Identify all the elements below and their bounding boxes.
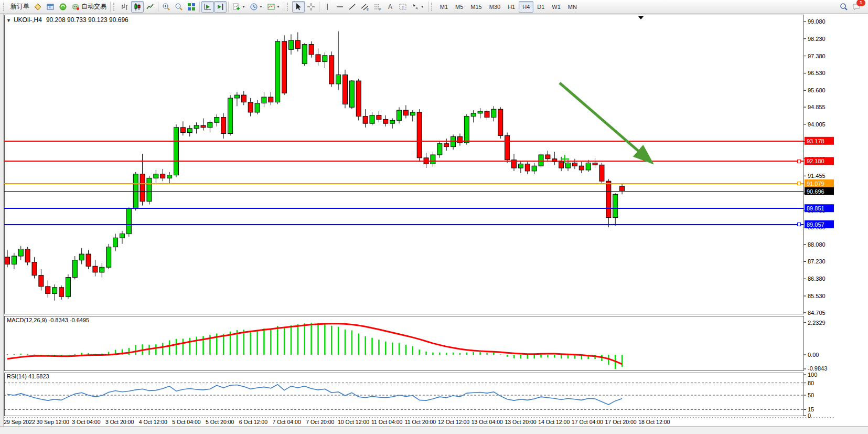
terminal-window: 新订单 bbox=[0, 0, 868, 434]
trendline-icon bbox=[348, 3, 357, 11]
one-click-collapse-icon[interactable]: ▼ bbox=[6, 18, 11, 23]
data-window-button[interactable] bbox=[44, 1, 57, 13]
dropdown-arrow-icon: ▼ bbox=[242, 5, 245, 8]
svg-text:6 Oct 12:00: 6 Oct 12:00 bbox=[239, 419, 267, 425]
timeframe-m5-button[interactable]: M5 bbox=[452, 1, 467, 13]
svg-text:-0.9843: -0.9843 bbox=[808, 365, 827, 372]
add-indicator-icon bbox=[232, 3, 241, 11]
svg-text:17 Oct 20:00: 17 Oct 20:00 bbox=[605, 419, 637, 425]
navigator-button[interactable] bbox=[57, 1, 69, 13]
arrows-tool-button[interactable]: ▼ bbox=[409, 1, 426, 13]
fibonacci-button[interactable]: F bbox=[371, 1, 384, 13]
svg-text:F: F bbox=[379, 8, 381, 11]
periods-button[interactable]: ▼ bbox=[248, 1, 265, 13]
svg-text:85.530: 85.530 bbox=[808, 293, 826, 299]
candlestick-icon bbox=[133, 3, 142, 11]
svg-text:84.705: 84.705 bbox=[808, 310, 826, 316]
timeframe-m30-button[interactable]: M30 bbox=[486, 1, 504, 13]
notifications-button[interactable]: 1 bbox=[850, 1, 863, 13]
crosshair-button[interactable] bbox=[305, 1, 317, 13]
toolbar-separator bbox=[158, 2, 158, 12]
notification-count-badge: 1 bbox=[856, 0, 865, 6]
timeframe-mn-button[interactable]: MN bbox=[564, 1, 581, 13]
toolbar-drag-handle[interactable] bbox=[287, 3, 290, 11]
svg-text:88.080: 88.080 bbox=[808, 241, 826, 248]
auto-trading-icon bbox=[71, 3, 80, 11]
svg-text:86.380: 86.380 bbox=[808, 276, 826, 282]
svg-text:80: 80 bbox=[808, 380, 814, 386]
timeframe-w1-button[interactable]: W1 bbox=[548, 1, 564, 13]
svg-text:30 Sep 12:00: 30 Sep 12:00 bbox=[36, 419, 69, 425]
market-watch-button[interactable] bbox=[31, 1, 44, 13]
price-axis[interactable]: 99.08098.23097.38096.53095.68094.85594.0… bbox=[803, 18, 834, 316]
horizontal-line-button[interactable] bbox=[334, 1, 346, 13]
svg-text:11 Oct 20:00: 11 Oct 20:00 bbox=[405, 419, 436, 425]
line-chart-icon bbox=[146, 3, 154, 11]
tile-windows-button[interactable] bbox=[185, 1, 198, 13]
svg-text:96.530: 96.530 bbox=[808, 70, 826, 76]
main-toolbar: 新订单 bbox=[0, 0, 868, 14]
new-order-button[interactable]: 新订单 bbox=[8, 1, 31, 13]
template-icon bbox=[267, 3, 275, 11]
window-bottom-edge bbox=[0, 426, 868, 434]
zoom-out-button[interactable] bbox=[173, 1, 185, 13]
equidistant-channel-button[interactable]: E bbox=[359, 1, 371, 13]
pane-frames bbox=[4, 15, 803, 416]
svg-text:97.380: 97.380 bbox=[808, 53, 826, 59]
blue-window-icon bbox=[46, 3, 55, 11]
time-axis[interactable]: 29 Sep 202230 Sep 12:003 Oct 04:003 Oct … bbox=[4, 418, 834, 425]
chart-shift-button[interactable] bbox=[214, 1, 227, 13]
svg-text:0: 0 bbox=[808, 412, 811, 419]
svg-text:90.696: 90.696 bbox=[807, 188, 824, 195]
timeframe-d1-button[interactable]: D1 bbox=[533, 1, 548, 13]
svg-text:100: 100 bbox=[808, 372, 817, 378]
text-button[interactable]: A bbox=[384, 1, 397, 13]
toolbar-drag-handle[interactable] bbox=[3, 3, 6, 11]
templates-button[interactable]: ▼ bbox=[265, 1, 282, 13]
green-orb-icon bbox=[59, 3, 67, 11]
bar-chart-button[interactable] bbox=[119, 1, 131, 13]
candlestick-chart-button[interactable] bbox=[131, 1, 144, 13]
indicators-button[interactable]: ▼ bbox=[230, 1, 248, 13]
svg-text:3 Oct 20:00: 3 Oct 20:00 bbox=[105, 419, 134, 425]
arrows-tool-icon bbox=[411, 3, 420, 11]
auto-scroll-button[interactable] bbox=[201, 1, 214, 13]
timeframe-m1-button[interactable]: M1 bbox=[436, 1, 452, 13]
toolbar-separator bbox=[319, 2, 319, 12]
toolbar-separator bbox=[199, 2, 200, 12]
horizontal-line-icon bbox=[336, 3, 344, 11]
chart-shift-icon bbox=[216, 3, 224, 11]
timeframe-h4-button[interactable]: H4 bbox=[519, 1, 533, 13]
svg-text:13 Oct 20:00: 13 Oct 20:00 bbox=[505, 419, 536, 425]
svg-text:7 Oct 20:00: 7 Oct 20:00 bbox=[306, 419, 334, 425]
svg-text:10 Oct 12:00: 10 Oct 12:00 bbox=[338, 419, 369, 425]
svg-text:13 Oct 04:00: 13 Oct 04:00 bbox=[471, 419, 503, 425]
search-button[interactable] bbox=[838, 1, 850, 13]
toolbar-drag-handle[interactable] bbox=[431, 3, 434, 11]
search-icon bbox=[840, 3, 848, 11]
timeframe-h1-button[interactable]: H1 bbox=[504, 1, 519, 13]
toolbar-drag-handle[interactable] bbox=[113, 3, 116, 11]
chart-canvas[interactable]: 99.08098.23097.38096.53095.68094.85594.0… bbox=[0, 14, 868, 434]
toolbar-separator bbox=[284, 2, 284, 12]
svg-text:89.851: 89.851 bbox=[807, 205, 824, 211]
svg-text:99.080: 99.080 bbox=[808, 18, 826, 25]
line-chart-button[interactable] bbox=[144, 1, 156, 13]
svg-text:87.230: 87.230 bbox=[808, 258, 826, 264]
zoom-out-icon bbox=[175, 3, 183, 11]
toolbar-separator bbox=[110, 2, 111, 12]
crosshair-icon bbox=[307, 3, 315, 11]
zoom-in-button[interactable] bbox=[160, 1, 173, 13]
svg-text:A: A bbox=[388, 3, 392, 10]
text-label-button[interactable]: T bbox=[397, 1, 409, 13]
trendline-button[interactable] bbox=[346, 1, 359, 13]
timeframe-m15-button[interactable]: M15 bbox=[467, 1, 485, 13]
cursor-button[interactable] bbox=[292, 1, 305, 13]
svg-text:91.455: 91.455 bbox=[808, 173, 826, 179]
auto-trading-label: 自动交易 bbox=[81, 2, 106, 11]
vertical-line-button[interactable] bbox=[321, 1, 334, 13]
fibonacci-icon: F bbox=[373, 3, 382, 11]
svg-text:94.005: 94.005 bbox=[808, 121, 826, 128]
svg-text:50: 50 bbox=[808, 392, 814, 398]
auto-trading-button[interactable]: 自动交易 bbox=[69, 1, 109, 13]
